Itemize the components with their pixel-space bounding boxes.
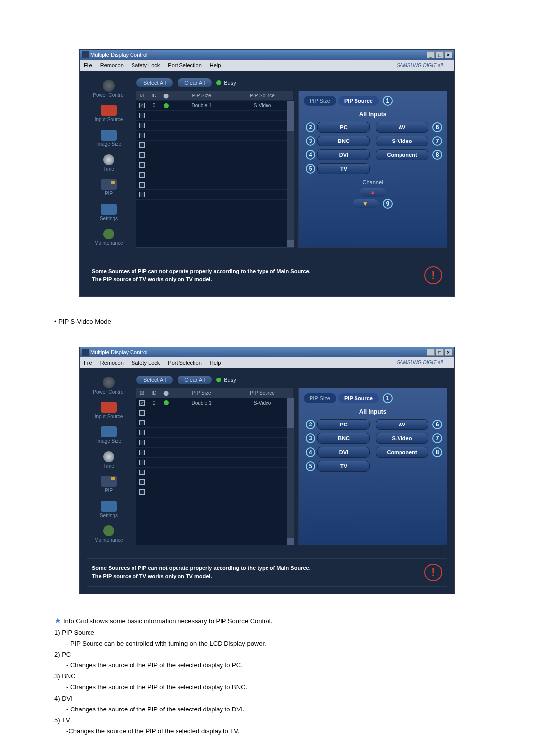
scrollbar-down[interactable]: [287, 538, 294, 545]
close-button[interactable]: ×: [445, 51, 452, 58]
menu-remocon[interactable]: Remocon: [100, 62, 124, 68]
tab-pip-size[interactable]: PIP Size: [304, 393, 336, 403]
menu-safety-lock[interactable]: Safety Lock: [132, 62, 160, 68]
table-row[interactable]: [136, 448, 294, 458]
table-row[interactable]: [136, 477, 294, 487]
col-check[interactable]: ☑: [136, 388, 148, 398]
sidebar-time[interactable]: Time: [87, 152, 131, 174]
tab-pip-source[interactable]: PIP Source: [338, 393, 379, 403]
sidebar-image-size[interactable]: Image Size: [87, 127, 131, 149]
menu-port-selection[interactable]: Port Selection: [168, 62, 201, 68]
row-checkbox[interactable]: [139, 420, 145, 425]
row-checkbox[interactable]: [139, 142, 145, 148]
sidebar-input-source[interactable]: Input Source: [87, 102, 131, 124]
table-row[interactable]: [136, 487, 294, 497]
sidebar-maintenance[interactable]: Maintenance: [87, 523, 131, 545]
tab-pip-size[interactable]: PIP Size: [304, 96, 336, 106]
row-checkbox[interactable]: [139, 182, 145, 188]
menu-safety-lock[interactable]: Safety Lock: [132, 360, 160, 366]
input-tv-button[interactable]: TV: [317, 461, 370, 472]
input-av-button[interactable]: AV: [376, 419, 428, 430]
menu-help[interactable]: Help: [210, 62, 221, 68]
table-row[interactable]: [136, 428, 294, 438]
table-row[interactable]: [136, 180, 294, 190]
clear-all-button[interactable]: Clear All: [177, 375, 212, 385]
input-svideo-button[interactable]: S-Video: [376, 136, 428, 146]
row-checkbox[interactable]: ✔: [139, 400, 145, 406]
sidebar-pip[interactable]: PIP: [87, 474, 131, 496]
row-checkbox[interactable]: ✔: [139, 103, 145, 108]
table-row[interactable]: ✔ 0 Double 1 S-Video: [136, 101, 294, 111]
maximize-button[interactable]: □: [436, 51, 444, 58]
table-row[interactable]: [136, 111, 294, 121]
table-row[interactable]: [136, 170, 294, 180]
sidebar-image-size[interactable]: Image Size: [87, 425, 131, 446]
table-row[interactable]: [136, 418, 294, 428]
table-row[interactable]: [136, 458, 294, 468]
col-check[interactable]: ☑: [136, 91, 148, 100]
row-checkbox[interactable]: [139, 162, 145, 168]
row-checkbox[interactable]: [139, 133, 145, 138]
select-all-button[interactable]: Select All: [136, 78, 173, 88]
table-row[interactable]: ✔ 0 Double 1 S-Video: [136, 398, 294, 408]
row-checkbox[interactable]: [139, 479, 145, 485]
row-checkbox[interactable]: [139, 470, 145, 475]
table-row[interactable]: [136, 131, 294, 141]
table-row[interactable]: [136, 150, 294, 160]
menu-port-selection[interactable]: Port Selection: [168, 360, 201, 366]
minimize-button[interactable]: _: [427, 51, 435, 58]
sidebar-time[interactable]: Time: [87, 449, 131, 471]
row-checkbox[interactable]: [139, 172, 145, 178]
input-dvi-button[interactable]: DVI: [317, 447, 370, 458]
input-av-button[interactable]: AV: [376, 122, 428, 133]
menu-remocon[interactable]: Remocon: [100, 360, 124, 366]
input-component-button[interactable]: Component: [376, 447, 428, 458]
close-button[interactable]: ×: [445, 349, 452, 356]
select-all-button[interactable]: Select All: [136, 375, 173, 385]
sidebar-power-control[interactable]: Power Control: [87, 78, 131, 99]
input-bnc-button[interactable]: BNC: [317, 136, 370, 146]
menu-help[interactable]: Help: [210, 360, 221, 366]
channel-down-button[interactable]: ▼: [353, 199, 378, 208]
row-checkbox[interactable]: [139, 152, 145, 158]
scrollbar-thumb[interactable]: [287, 101, 294, 131]
table-row[interactable]: [136, 408, 294, 418]
table-row[interactable]: [136, 141, 294, 150]
input-component-button[interactable]: Component: [376, 149, 428, 160]
input-bnc-button[interactable]: BNC: [317, 433, 370, 444]
input-dvi-button[interactable]: DVI: [317, 149, 370, 160]
sidebar-settings[interactable]: Settings: [87, 201, 131, 223]
table-row[interactable]: [136, 160, 294, 170]
clear-all-button[interactable]: Clear All: [177, 78, 212, 88]
input-pc-button[interactable]: PC: [317, 419, 370, 430]
sidebar-settings[interactable]: Settings: [87, 499, 131, 520]
table-row[interactable]: [136, 121, 294, 131]
input-svideo-button[interactable]: S-Video: [376, 433, 428, 444]
scrollbar-thumb[interactable]: [287, 398, 294, 428]
channel-up-button[interactable]: ▲: [360, 188, 385, 197]
input-tv-button[interactable]: TV: [317, 163, 370, 174]
row-checkbox[interactable]: [139, 489, 145, 495]
menu-file[interactable]: File: [84, 360, 92, 366]
table-row[interactable]: [136, 190, 294, 200]
maximize-button[interactable]: □: [436, 349, 444, 356]
row-checkbox[interactable]: [139, 430, 145, 435]
minimize-button[interactable]: _: [427, 349, 435, 356]
row-checkbox[interactable]: [139, 460, 145, 465]
table-row[interactable]: [136, 468, 294, 477]
sidebar-pip[interactable]: PIP: [87, 177, 131, 198]
row-checkbox[interactable]: [139, 440, 145, 445]
row-checkbox[interactable]: [139, 113, 145, 118]
menu-file[interactable]: File: [84, 62, 92, 68]
table-row[interactable]: [136, 438, 294, 448]
input-pc-button[interactable]: PC: [317, 122, 370, 133]
sidebar-maintenance[interactable]: Maintenance: [87, 226, 131, 248]
row-checkbox[interactable]: [139, 192, 145, 197]
row-checkbox[interactable]: [139, 450, 145, 455]
sidebar-power-control[interactable]: Power Control: [87, 375, 131, 397]
row-checkbox[interactable]: [139, 123, 145, 128]
row-checkbox[interactable]: [139, 410, 145, 416]
sidebar-input-source[interactable]: Input Source: [87, 400, 131, 422]
tab-pip-source[interactable]: PIP Source: [338, 96, 379, 106]
scrollbar-down[interactable]: [287, 240, 294, 247]
